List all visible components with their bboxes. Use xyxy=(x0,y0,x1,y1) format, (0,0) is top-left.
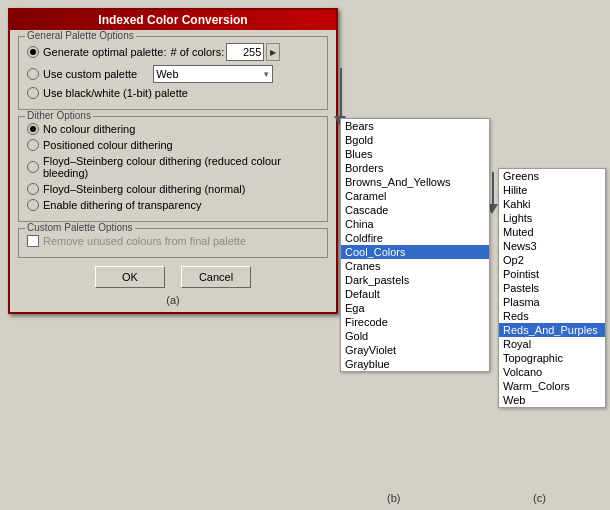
transparency-dither-label: Enable dithering of transparency xyxy=(43,199,201,211)
list-item[interactable]: Caramel xyxy=(341,189,489,203)
list-item[interactable]: Plasma xyxy=(499,295,605,309)
list-item[interactable]: Web xyxy=(499,393,605,407)
list-item[interactable]: News3 xyxy=(499,239,605,253)
floyd-reduced-radio[interactable] xyxy=(27,161,39,173)
generate-palette-row: Generate optimal palette: # of colors: ▶ xyxy=(27,43,319,61)
list-item[interactable]: Grayblue xyxy=(341,357,489,371)
positioned-dither-radio[interactable] xyxy=(27,139,39,151)
list-item[interactable]: Cascade xyxy=(341,203,489,217)
transparency-dither-radio[interactable] xyxy=(27,199,39,211)
num-colors-label: # of colors: xyxy=(171,46,225,58)
list-item[interactable]: Blues xyxy=(341,147,489,161)
list-item[interactable]: Ega xyxy=(341,301,489,315)
floyd-reduced-row: Floyd–Steinberg colour dithering (reduce… xyxy=(27,155,319,179)
floyd-normal-row: Floyd–Steinberg colour dithering (normal… xyxy=(27,183,319,195)
indexed-color-dialog: Indexed Color Conversion General Palette… xyxy=(8,8,338,314)
label-c: (c) xyxy=(533,492,546,504)
remove-unused-label: Remove unused colours from final palette xyxy=(43,235,246,247)
list-item[interactable]: Coldfire xyxy=(341,231,489,245)
floyd-reduced-label: Floyd–Steinberg colour dithering (reduce… xyxy=(43,155,319,179)
transparency-dither-row: Enable dithering of transparency xyxy=(27,199,319,211)
list-item[interactable]: Hilite xyxy=(499,183,605,197)
label-b: (b) xyxy=(387,492,400,504)
arrow-line-1 xyxy=(340,68,342,118)
num-colors-spin[interactable]: ▶ xyxy=(266,43,280,61)
list-item[interactable]: China xyxy=(341,217,489,231)
cancel-button[interactable]: Cancel xyxy=(181,266,251,288)
dialog-title: Indexed Color Conversion xyxy=(98,13,247,27)
custom-palette-options-group: Custom Palette Options Remove unused col… xyxy=(18,228,328,258)
remove-unused-checkbox[interactable] xyxy=(27,235,39,247)
label-a: (a) xyxy=(18,294,328,306)
floyd-normal-label: Floyd–Steinberg colour dithering (normal… xyxy=(43,183,245,195)
custom-palette-value: Web xyxy=(156,68,178,80)
list-item[interactable]: Volcano xyxy=(499,365,605,379)
list-item[interactable]: GrayViolet xyxy=(341,343,489,357)
custom-palette-label: Use custom palette xyxy=(43,68,137,80)
list-item[interactable]: Muted xyxy=(499,225,605,239)
general-palette-title: General Palette Options xyxy=(25,30,136,41)
dither-options-title: Dither Options xyxy=(25,110,93,121)
list-item[interactable]: Pastels xyxy=(499,281,605,295)
list-item[interactable]: Royal xyxy=(499,337,605,351)
list-item[interactable]: Browns_And_Yellows xyxy=(341,175,489,189)
floyd-normal-radio[interactable] xyxy=(27,183,39,195)
list-item[interactable]: Bgold xyxy=(341,133,489,147)
list-panel-c: Greens Hilite Kahki Lights Muted News3 O… xyxy=(498,168,606,408)
list-item[interactable]: Kahki xyxy=(499,197,605,211)
list-item-cool-colors[interactable]: Cool_Colors xyxy=(341,245,489,259)
generate-palette-radio[interactable] xyxy=(27,46,39,58)
arrow-line-2 xyxy=(492,172,494,206)
no-dither-row: No colour dithering xyxy=(27,123,319,135)
custom-palette-radio[interactable] xyxy=(27,68,39,80)
list-item[interactable]: Dark_pastels xyxy=(341,273,489,287)
list-item[interactable]: Pointist xyxy=(499,267,605,281)
list-item[interactable]: Topographic xyxy=(499,351,605,365)
list-item[interactable]: Lights xyxy=(499,211,605,225)
dither-options-group: Dither Options No colour dithering Posit… xyxy=(18,116,328,222)
dialog-titlebar[interactable]: Indexed Color Conversion xyxy=(10,10,336,30)
no-dither-radio[interactable] xyxy=(27,123,39,135)
bw-palette-label: Use black/white (1-bit) palette xyxy=(43,87,188,99)
custom-palette-select[interactable]: Web ▼ xyxy=(153,65,273,83)
list-item[interactable]: Bears xyxy=(341,119,489,133)
positioned-dither-label: Positioned colour dithering xyxy=(43,139,173,151)
list-item[interactable]: Default xyxy=(341,287,489,301)
button-row: OK Cancel xyxy=(18,266,328,288)
ok-button[interactable]: OK xyxy=(95,266,165,288)
list-item[interactable]: Cranes xyxy=(341,259,489,273)
list-item[interactable]: Borders xyxy=(341,161,489,175)
list-item[interactable]: Greens xyxy=(499,169,605,183)
list-item[interactable]: Reds xyxy=(499,309,605,323)
list-item[interactable]: Op2 xyxy=(499,253,605,267)
num-colors-input[interactable] xyxy=(226,43,264,61)
list-item[interactable]: Firecode xyxy=(341,315,489,329)
custom-palette-select-group: Web ▼ xyxy=(153,65,273,83)
general-palette-group: General Palette Options Generate optimal… xyxy=(18,36,328,110)
list-item[interactable]: Warm_Colors xyxy=(499,379,605,393)
list-item[interactable]: Gold xyxy=(341,329,489,343)
bw-palette-row: Use black/white (1-bit) palette xyxy=(27,87,319,99)
list-panel-b: Bears Bgold Blues Borders Browns_And_Yel… xyxy=(340,118,490,372)
custom-palette-options-title: Custom Palette Options xyxy=(25,222,135,233)
remove-unused-row: Remove unused colours from final palette xyxy=(27,235,319,247)
bw-palette-radio[interactable] xyxy=(27,87,39,99)
generate-palette-label: Generate optimal palette: xyxy=(43,46,167,58)
list-item-reds-purples[interactable]: Reds_And_Purples xyxy=(499,323,605,337)
custom-palette-row: Use custom palette Web ▼ xyxy=(27,65,319,83)
no-dither-label: No colour dithering xyxy=(43,123,135,135)
dialog-body: General Palette Options Generate optimal… xyxy=(10,30,336,312)
select-arrow-icon: ▼ xyxy=(262,70,270,79)
positioned-dither-row: Positioned colour dithering xyxy=(27,139,319,151)
